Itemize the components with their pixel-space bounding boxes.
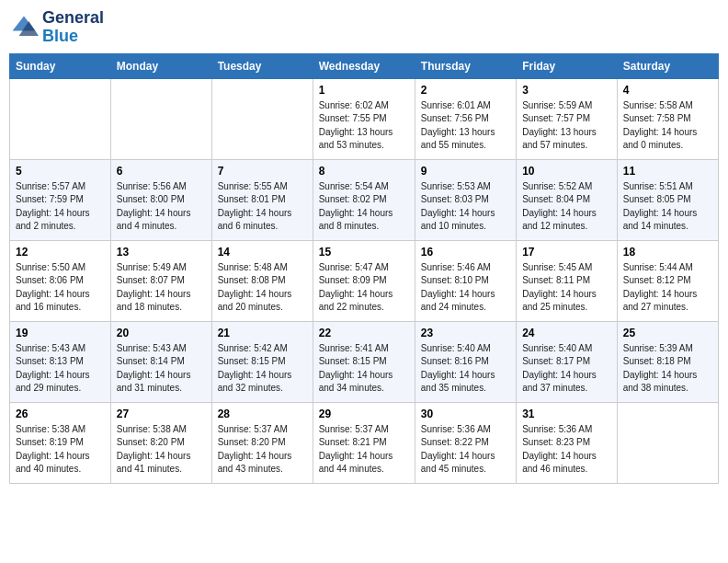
day-number: 26 <box>16 408 105 420</box>
day-info: Sunrise: 5:36 AM Sunset: 8:23 PM Dayligh… <box>522 423 611 477</box>
calendar-cell: 30Sunrise: 5:36 AM Sunset: 8:22 PM Dayli… <box>415 402 516 483</box>
calendar-cell: 26Sunrise: 5:38 AM Sunset: 8:19 PM Dayli… <box>10 402 111 483</box>
logo: General Blue <box>9 9 104 46</box>
day-info: Sunrise: 5:55 AM Sunset: 8:01 PM Dayligh… <box>218 180 307 234</box>
day-number: 6 <box>117 165 206 178</box>
calendar-cell: 29Sunrise: 5:37 AM Sunset: 8:21 PM Dayli… <box>313 402 415 483</box>
day-number: 27 <box>117 408 206 420</box>
calendar-cell: 21Sunrise: 5:42 AM Sunset: 8:15 PM Dayli… <box>211 321 313 402</box>
calendar-week-2: 5Sunrise: 5:57 AM Sunset: 7:59 PM Daylig… <box>10 159 719 240</box>
calendar-cell: 12Sunrise: 5:50 AM Sunset: 8:06 PM Dayli… <box>10 240 111 321</box>
day-info: Sunrise: 5:49 AM Sunset: 8:07 PM Dayligh… <box>117 261 206 315</box>
day-info: Sunrise: 5:43 AM Sunset: 8:13 PM Dayligh… <box>16 342 105 396</box>
calendar-cell: 6Sunrise: 5:56 AM Sunset: 8:00 PM Daylig… <box>110 159 211 240</box>
day-info: Sunrise: 5:37 AM Sunset: 8:21 PM Dayligh… <box>319 423 409 477</box>
day-number: 16 <box>421 246 510 259</box>
calendar-cell: 8Sunrise: 5:54 AM Sunset: 8:02 PM Daylig… <box>313 159 415 240</box>
day-number: 9 <box>421 165 510 178</box>
day-number: 18 <box>623 246 712 259</box>
day-info: Sunrise: 5:57 AM Sunset: 7:59 PM Dayligh… <box>16 180 105 234</box>
calendar-cell: 31Sunrise: 5:36 AM Sunset: 8:23 PM Dayli… <box>517 402 618 483</box>
calendar-cell: 23Sunrise: 5:40 AM Sunset: 8:16 PM Dayli… <box>415 321 516 402</box>
day-info: Sunrise: 5:42 AM Sunset: 8:15 PM Dayligh… <box>218 342 307 396</box>
calendar-table: SundayMondayTuesdayWednesdayThursdayFrid… <box>9 53 719 484</box>
calendar-cell: 14Sunrise: 5:48 AM Sunset: 8:08 PM Dayli… <box>211 240 313 321</box>
calendar-cell: 5Sunrise: 5:57 AM Sunset: 7:59 PM Daylig… <box>10 159 111 240</box>
logo-text: General Blue <box>42 9 104 46</box>
day-number: 2 <box>421 84 510 97</box>
column-header-tuesday: Tuesday <box>211 53 313 78</box>
calendar-cell: 10Sunrise: 5:52 AM Sunset: 8:04 PM Dayli… <box>517 159 618 240</box>
day-info: Sunrise: 5:58 AM Sunset: 7:58 PM Dayligh… <box>623 99 712 153</box>
day-number: 14 <box>218 246 307 259</box>
calendar-cell: 4Sunrise: 5:58 AM Sunset: 7:58 PM Daylig… <box>617 78 718 159</box>
column-header-sunday: Sunday <box>10 53 111 78</box>
day-info: Sunrise: 5:44 AM Sunset: 8:12 PM Dayligh… <box>623 261 712 315</box>
calendar-cell <box>617 402 718 483</box>
day-info: Sunrise: 5:56 AM Sunset: 8:00 PM Dayligh… <box>117 180 206 234</box>
day-number: 12 <box>16 246 105 259</box>
day-number: 31 <box>522 408 611 420</box>
column-header-monday: Monday <box>110 53 211 78</box>
day-number: 13 <box>117 246 206 259</box>
calendar-cell: 20Sunrise: 5:43 AM Sunset: 8:14 PM Dayli… <box>110 321 211 402</box>
day-info: Sunrise: 5:46 AM Sunset: 8:10 PM Dayligh… <box>421 261 510 315</box>
day-number: 1 <box>319 84 409 97</box>
day-info: Sunrise: 5:36 AM Sunset: 8:22 PM Dayligh… <box>421 423 510 477</box>
day-info: Sunrise: 5:37 AM Sunset: 8:20 PM Dayligh… <box>218 423 307 477</box>
day-info: Sunrise: 5:47 AM Sunset: 8:09 PM Dayligh… <box>319 261 409 315</box>
day-info: Sunrise: 5:54 AM Sunset: 8:02 PM Dayligh… <box>319 180 409 234</box>
day-number: 25 <box>623 327 712 339</box>
calendar-cell: 24Sunrise: 5:40 AM Sunset: 8:17 PM Dayli… <box>517 321 618 402</box>
day-info: Sunrise: 5:38 AM Sunset: 8:20 PM Dayligh… <box>117 423 206 477</box>
calendar-cell: 19Sunrise: 5:43 AM Sunset: 8:13 PM Dayli… <box>10 321 111 402</box>
day-number: 10 <box>522 165 611 178</box>
calendar-cell: 17Sunrise: 5:45 AM Sunset: 8:11 PM Dayli… <box>517 240 618 321</box>
calendar-cell: 11Sunrise: 5:51 AM Sunset: 8:05 PM Dayli… <box>617 159 718 240</box>
calendar-cell <box>211 78 313 159</box>
day-info: Sunrise: 5:39 AM Sunset: 8:18 PM Dayligh… <box>623 342 712 396</box>
day-info: Sunrise: 5:38 AM Sunset: 8:19 PM Dayligh… <box>16 423 105 477</box>
calendar-cell: 9Sunrise: 5:53 AM Sunset: 8:03 PM Daylig… <box>415 159 516 240</box>
calendar-cell: 22Sunrise: 5:41 AM Sunset: 8:15 PM Dayli… <box>313 321 415 402</box>
day-number: 3 <box>522 84 611 97</box>
calendar-cell <box>110 78 211 159</box>
day-info: Sunrise: 5:48 AM Sunset: 8:08 PM Dayligh… <box>218 261 307 315</box>
day-number: 30 <box>421 408 510 420</box>
logo-icon <box>9 13 39 42</box>
day-info: Sunrise: 5:43 AM Sunset: 8:14 PM Dayligh… <box>117 342 206 396</box>
calendar-cell: 16Sunrise: 5:46 AM Sunset: 8:10 PM Dayli… <box>415 240 516 321</box>
column-header-thursday: Thursday <box>415 53 516 78</box>
day-number: 23 <box>421 327 510 339</box>
calendar-cell: 7Sunrise: 5:55 AM Sunset: 8:01 PM Daylig… <box>211 159 313 240</box>
day-number: 19 <box>16 327 105 339</box>
column-header-friday: Friday <box>517 53 618 78</box>
calendar-week-1: 1Sunrise: 6:02 AM Sunset: 7:55 PM Daylig… <box>10 78 719 159</box>
day-number: 4 <box>623 84 712 97</box>
calendar-cell: 3Sunrise: 5:59 AM Sunset: 7:57 PM Daylig… <box>517 78 618 159</box>
calendar-cell: 25Sunrise: 5:39 AM Sunset: 8:18 PM Dayli… <box>617 321 718 402</box>
day-number: 7 <box>218 165 307 178</box>
day-number: 22 <box>319 327 409 339</box>
day-info: Sunrise: 5:40 AM Sunset: 8:17 PM Dayligh… <box>522 342 611 396</box>
day-info: Sunrise: 5:52 AM Sunset: 8:04 PM Dayligh… <box>522 180 611 234</box>
column-header-saturday: Saturday <box>617 53 718 78</box>
day-number: 15 <box>319 246 409 259</box>
day-info: Sunrise: 5:45 AM Sunset: 8:11 PM Dayligh… <box>522 261 611 315</box>
day-info: Sunrise: 6:02 AM Sunset: 7:55 PM Dayligh… <box>319 99 409 153</box>
day-number: 28 <box>218 408 307 420</box>
day-number: 17 <box>522 246 611 259</box>
calendar-cell: 2Sunrise: 6:01 AM Sunset: 7:56 PM Daylig… <box>415 78 516 159</box>
day-info: Sunrise: 6:01 AM Sunset: 7:56 PM Dayligh… <box>421 99 510 153</box>
calendar-cell: 28Sunrise: 5:37 AM Sunset: 8:20 PM Dayli… <box>211 402 313 483</box>
calendar-cell: 18Sunrise: 5:44 AM Sunset: 8:12 PM Dayli… <box>617 240 718 321</box>
calendar-cell: 15Sunrise: 5:47 AM Sunset: 8:09 PM Dayli… <box>313 240 415 321</box>
day-number: 5 <box>16 165 105 178</box>
day-number: 8 <box>319 165 409 178</box>
day-info: Sunrise: 5:40 AM Sunset: 8:16 PM Dayligh… <box>421 342 510 396</box>
calendar-cell <box>10 78 111 159</box>
day-info: Sunrise: 5:51 AM Sunset: 8:05 PM Dayligh… <box>623 180 712 234</box>
day-number: 20 <box>117 327 206 339</box>
column-header-wednesday: Wednesday <box>313 53 415 78</box>
calendar-cell: 1Sunrise: 6:02 AM Sunset: 7:55 PM Daylig… <box>313 78 415 159</box>
